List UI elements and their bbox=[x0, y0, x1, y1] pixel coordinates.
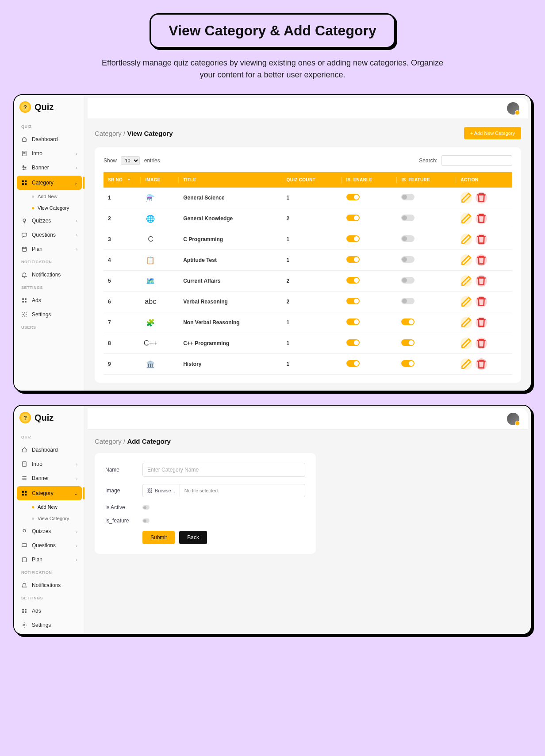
chevron-right-icon: › bbox=[76, 151, 77, 156]
avatar[interactable] bbox=[507, 413, 519, 425]
enable-toggle[interactable] bbox=[346, 360, 360, 367]
edit-button[interactable] bbox=[461, 254, 472, 266]
edit-button[interactable] bbox=[461, 296, 472, 307]
sidebar-item-plan[interactable]: Plan› bbox=[14, 553, 84, 567]
chevron-down-icon: ⌄ bbox=[74, 180, 77, 185]
sidebar-item-settings[interactable]: Settings bbox=[14, 307, 84, 322]
sidebar-item-intro[interactable]: Intro› bbox=[14, 146, 84, 161]
enable-toggle[interactable] bbox=[346, 339, 360, 346]
delete-button[interactable] bbox=[476, 317, 487, 328]
sidebar-item-quizzes[interactable]: Quizzes› bbox=[14, 524, 84, 538]
chevron-down-icon: ⌄ bbox=[74, 491, 77, 496]
feature-toggle[interactable] bbox=[401, 277, 415, 284]
delete-button[interactable] bbox=[476, 234, 487, 245]
sidebar-item-quizzes[interactable]: Quizzes› bbox=[14, 214, 84, 228]
table-row: 7 🧩 Non Verbal Reasoning 1 bbox=[104, 312, 512, 333]
edit-button[interactable] bbox=[461, 338, 472, 349]
svg-rect-40 bbox=[22, 611, 24, 613]
cell-count: 2 bbox=[282, 271, 342, 292]
edit-button[interactable] bbox=[461, 234, 472, 245]
col-title[interactable]: TITLE bbox=[179, 172, 282, 188]
sidebar-item-dashboard[interactable]: Dashboard bbox=[14, 132, 84, 146]
edit-button[interactable] bbox=[461, 192, 472, 203]
cell-count: 2 bbox=[282, 292, 342, 312]
col-sr[interactable]: SR NO bbox=[104, 172, 141, 188]
is-feature-toggle[interactable] bbox=[142, 518, 150, 523]
enable-toggle[interactable] bbox=[346, 194, 360, 200]
cell-action bbox=[456, 229, 512, 250]
edit-button[interactable] bbox=[461, 275, 472, 287]
sidebar-sub-view-category[interactable]: View Category bbox=[14, 202, 84, 214]
file-picker[interactable]: 🖼Browse... No file selected. bbox=[142, 484, 305, 497]
edit-button[interactable] bbox=[461, 358, 472, 370]
sidebar-item-plan[interactable]: Plan› bbox=[14, 242, 84, 256]
feature-toggle[interactable] bbox=[401, 360, 415, 367]
chevron-right-icon: › bbox=[76, 165, 77, 170]
sidebar-sub-add-new[interactable]: Add New bbox=[14, 501, 84, 513]
entries-select[interactable]: 10 bbox=[121, 156, 140, 165]
col-enable[interactable]: IS_ENABLE bbox=[342, 172, 397, 188]
chat-icon bbox=[21, 232, 27, 238]
cell-sr: 4 bbox=[104, 250, 141, 271]
avatar[interactable] bbox=[507, 102, 519, 115]
enable-toggle[interactable] bbox=[346, 256, 360, 263]
is-active-toggle[interactable] bbox=[142, 505, 150, 510]
delete-button[interactable] bbox=[476, 358, 487, 370]
table-row: 1 ⚗️ General Science 1 bbox=[104, 188, 512, 208]
col-image[interactable]: IMAGE bbox=[141, 172, 179, 188]
sidebar-sub-add-new[interactable]: Add New bbox=[14, 191, 84, 202]
delete-button[interactable] bbox=[476, 254, 487, 266]
bulb-small-icon bbox=[21, 528, 27, 534]
delete-button[interactable] bbox=[476, 338, 487, 349]
dot-icon bbox=[32, 196, 34, 198]
enable-toggle[interactable] bbox=[346, 319, 360, 325]
delete-button[interactable] bbox=[476, 213, 487, 224]
feature-toggle[interactable] bbox=[401, 235, 415, 242]
sidebar-item-notifications[interactable]: Notifications bbox=[14, 578, 84, 592]
enable-toggle[interactable] bbox=[346, 298, 360, 304]
col-count[interactable]: QUIZ COUNT bbox=[282, 172, 342, 188]
sidebar-item-settings[interactable]: Settings bbox=[14, 618, 84, 632]
sidebar-item-category[interactable]: Category⌄ bbox=[17, 176, 82, 190]
browse-button[interactable]: 🖼Browse... bbox=[143, 484, 180, 497]
edit-button[interactable] bbox=[461, 213, 472, 224]
sidebar-item-category[interactable]: Category⌄ bbox=[17, 486, 82, 500]
delete-button[interactable] bbox=[476, 192, 487, 203]
sidebar-item-intro[interactable]: Intro› bbox=[14, 457, 84, 471]
feature-toggle[interactable] bbox=[401, 298, 415, 304]
feature-toggle[interactable] bbox=[401, 256, 415, 263]
sidebar-item-questions[interactable]: Questions› bbox=[14, 538, 84, 553]
sidebar-item-ads[interactable]: Ads bbox=[14, 293, 84, 307]
cell-enable bbox=[342, 271, 397, 292]
enable-toggle[interactable] bbox=[346, 215, 360, 221]
cell-image: C++ bbox=[141, 333, 179, 354]
feature-toggle[interactable] bbox=[401, 339, 415, 346]
page-icon bbox=[21, 150, 27, 157]
delete-button[interactable] bbox=[476, 296, 487, 307]
submit-button[interactable]: Submit bbox=[142, 531, 175, 544]
enable-toggle[interactable] bbox=[346, 277, 360, 284]
cell-sr: 7 bbox=[104, 312, 141, 333]
sidebar-item-banner[interactable]: Banner› bbox=[14, 161, 84, 175]
enable-toggle[interactable] bbox=[346, 235, 360, 242]
sidebar-item-dashboard[interactable]: Dashboard bbox=[14, 443, 84, 457]
sidebar-item-notifications[interactable]: Notifications bbox=[14, 268, 84, 282]
feature-toggle[interactable] bbox=[401, 215, 415, 221]
add-new-category-button[interactable]: + Add New Category bbox=[464, 127, 521, 139]
feature-toggle[interactable] bbox=[401, 319, 415, 325]
cell-feature bbox=[397, 354, 456, 375]
name-field[interactable] bbox=[142, 463, 305, 477]
col-feature[interactable]: IS_FEATURE bbox=[397, 172, 456, 188]
back-button[interactable]: Back bbox=[179, 531, 207, 544]
sidebar-sub-view-category[interactable]: View Category bbox=[14, 513, 84, 524]
sidebar-item-banner[interactable]: Banner› bbox=[14, 471, 84, 485]
feature-toggle[interactable] bbox=[401, 194, 415, 200]
delete-button[interactable] bbox=[476, 275, 487, 287]
sliders-icon bbox=[21, 475, 27, 481]
sidebar-item-ads[interactable]: Ads bbox=[14, 604, 84, 618]
sidebar-item-questions[interactable]: Questions› bbox=[14, 228, 84, 242]
search-input[interactable] bbox=[441, 155, 512, 166]
edit-button[interactable] bbox=[461, 317, 472, 328]
col-action[interactable]: ACTION bbox=[456, 172, 512, 188]
svg-point-42 bbox=[23, 624, 25, 626]
